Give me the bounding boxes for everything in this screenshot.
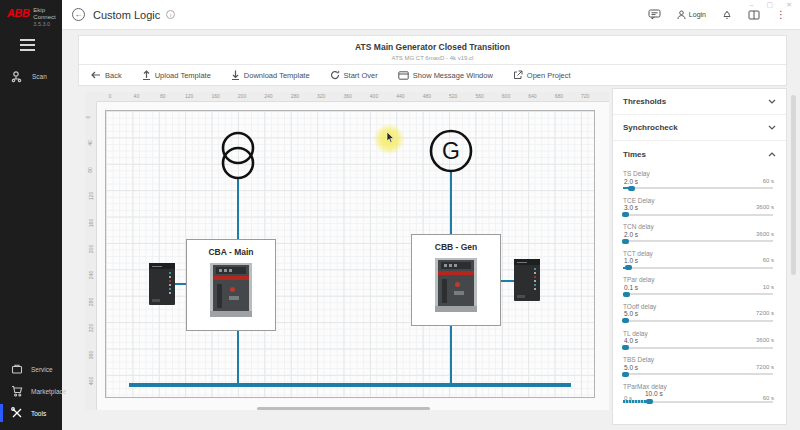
- ruler-tick: 120: [88, 192, 94, 200]
- slider-value: 10.0 s: [645, 390, 663, 397]
- slider-track-tooff-delay[interactable]: [623, 320, 773, 322]
- ruler-tick: 560: [475, 93, 483, 99]
- sidebar-item-scan[interactable]: Scan: [0, 65, 62, 87]
- ruler-tick: 720: [581, 93, 589, 99]
- sidebar-item-tools[interactable]: Tools: [0, 402, 62, 424]
- upload-template-button[interactable]: Upload Template: [142, 70, 211, 80]
- hamburger-menu-icon[interactable]: [20, 39, 35, 51]
- download-icon: [231, 70, 240, 80]
- sidebar-item-label: Marketplace: [31, 388, 66, 395]
- kebab-menu-icon[interactable]: ⋮: [776, 10, 786, 20]
- panel-scrollbar[interactable]: [791, 95, 796, 275]
- section-thresholds[interactable]: Thresholds: [613, 89, 786, 115]
- diagram-canvas[interactable]: G CBA - Main CBB - Gen: [97, 102, 609, 410]
- refresh-icon: [330, 70, 340, 80]
- minimize-button[interactable]: –: [750, 1, 754, 9]
- breaker-box-cbb[interactable]: CBB - Gen: [411, 234, 501, 326]
- slider-max-label: 3600 s: [756, 204, 774, 210]
- active-indicator: [0, 404, 3, 422]
- ruler-tick: 0: [109, 93, 112, 99]
- person-icon: [677, 10, 686, 20]
- breaker-box-cba[interactable]: CBA - Main: [186, 239, 276, 331]
- slider-thumb-tpar-delay[interactable]: [623, 292, 630, 297]
- slider-thumb-tooff-delay[interactable]: [622, 318, 629, 323]
- slider-thumb-tparmax-delay[interactable]: [646, 399, 653, 404]
- slider-value: 2.0 s: [624, 178, 638, 185]
- close-button[interactable]: ✕: [786, 1, 792, 9]
- relay-module-right[interactable]: [514, 259, 540, 301]
- chat-icon[interactable]: [648, 9, 661, 20]
- open-project-button[interactable]: Open Project: [513, 70, 571, 80]
- section-synchrocheck[interactable]: Synchrocheck: [613, 115, 786, 141]
- cart-icon: [11, 385, 23, 397]
- slider-tct-delay: TCT delay1.0 s60 s: [623, 249, 776, 276]
- sidebar-item-marketplace[interactable]: Marketplace: [0, 380, 62, 402]
- product-version: 3.5.3.0: [33, 21, 58, 27]
- settings-panel: Thresholds Synchrocheck Times TS Delay2.…: [612, 88, 787, 425]
- slider-thumb-ts-delay[interactable]: [628, 186, 635, 191]
- slider-thumb-tcn-delay[interactable]: [622, 239, 629, 244]
- slider-value: 5.0 s: [624, 310, 638, 317]
- ruler-tick: 400: [88, 377, 94, 385]
- section-times[interactable]: Times: [613, 141, 786, 167]
- info-icon[interactable]: i: [166, 10, 175, 19]
- ruler-tick: 440: [396, 93, 404, 99]
- slider-track-tct-delay[interactable]: [623, 267, 773, 269]
- login-label: Login: [689, 11, 706, 18]
- slider-label: TCT delay: [623, 250, 653, 257]
- ruler-tick: 360: [88, 350, 94, 358]
- slider-label: TCE Delay: [623, 197, 654, 204]
- external-link-icon: [513, 70, 523, 80]
- slider-track-tpar-delay[interactable]: [623, 293, 773, 295]
- ruler-tick: 520: [449, 93, 457, 99]
- slider-label: TParMax delay: [623, 383, 667, 390]
- mouse-cursor-icon: [386, 132, 395, 144]
- sidebar: ABB Ekip Connect 3.5.3.0 Scan Service: [0, 0, 62, 430]
- slider-thumb-tbs-delay[interactable]: [622, 372, 629, 377]
- ruler-tick: 400: [370, 93, 378, 99]
- login-button[interactable]: Login: [677, 10, 706, 20]
- back-button[interactable]: Back: [91, 71, 122, 80]
- back-circle-button[interactable]: ←: [72, 8, 85, 21]
- bell-icon[interactable]: [722, 9, 732, 20]
- upload-icon: [142, 70, 151, 80]
- brand-block: ABB Ekip Connect 3.5.3.0: [0, 0, 62, 31]
- slider-thumb-tct-delay[interactable]: [625, 265, 632, 270]
- sidebar-item-service[interactable]: Service: [0, 358, 62, 380]
- slider-tce-delay: TCE Delay3.0 s3600 s: [623, 196, 776, 223]
- slider-fill: [623, 400, 649, 403]
- manual-icon[interactable]: [748, 10, 760, 20]
- relay-module-left[interactable]: [149, 263, 175, 305]
- ruler-tick: 360: [343, 93, 351, 99]
- ruler-tick: 160: [211, 93, 219, 99]
- start-over-button[interactable]: Start Over: [330, 70, 378, 80]
- slider-label: TPar delay: [623, 276, 654, 283]
- breaker-label: CBA - Main: [187, 247, 275, 257]
- ruler-tick: 280: [88, 298, 94, 306]
- toolbar: Back Upload Template Download Template S…: [79, 64, 786, 85]
- slider-track-tce-delay[interactable]: [623, 214, 773, 216]
- slider-thumb-tce-delay[interactable]: [622, 212, 629, 217]
- topbar: ← Custom Logic i Login ⋮ – ▢ ✕: [62, 0, 800, 30]
- slider-track-tparmax-delay[interactable]: [623, 401, 773, 403]
- abb-logo: ABB: [7, 7, 29, 19]
- ruler-tick: 80: [87, 167, 93, 173]
- download-template-button[interactable]: Download Template: [231, 70, 310, 80]
- generator-symbol: G: [431, 131, 471, 171]
- slider-track-tbs-delay[interactable]: [623, 373, 773, 375]
- maximize-button[interactable]: ▢: [767, 1, 774, 9]
- wires-and-symbols: G: [106, 111, 596, 399]
- horizontal-scrollbar[interactable]: [257, 407, 430, 410]
- ruler-tick: 200: [238, 93, 246, 99]
- show-message-window-button[interactable]: Show Message Window: [398, 71, 493, 80]
- breaker-image-cba: [210, 263, 252, 317]
- slider-track-ts-delay[interactable]: [623, 187, 773, 189]
- slider-thumb-tl-delay[interactable]: [622, 345, 629, 350]
- ruler-tick: 280: [291, 93, 299, 99]
- slider-track-tl-delay[interactable]: [623, 347, 773, 349]
- slider-max-label: 7200 s: [756, 310, 774, 316]
- scan-icon: [11, 70, 24, 83]
- slider-track-tcn-delay[interactable]: [623, 240, 773, 242]
- arrow-left-icon: [91, 71, 101, 79]
- project-title: ATS Main Generator Closed Transition: [79, 42, 786, 52]
